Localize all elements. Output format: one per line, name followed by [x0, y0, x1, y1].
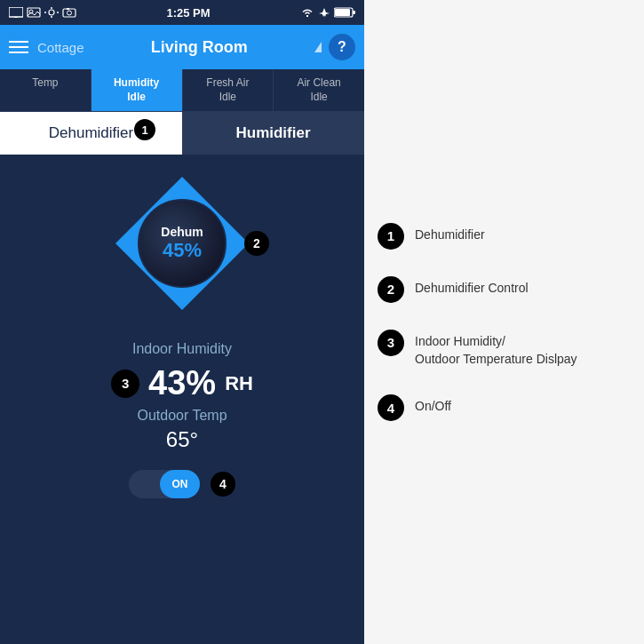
humidity-section: Indoor Humidity 3 43% RH Outdoor Temp 65… — [111, 341, 253, 452]
legend-text-1: Dehumidifier — [415, 223, 485, 244]
menu-button[interactable] — [9, 41, 28, 53]
tab-humidity-idle[interactable]: HumidityIdle — [91, 69, 183, 111]
legend-item-3: 3 Indoor Humidity/Outdoor Temperature Di… — [378, 330, 631, 368]
wifi-icon — [300, 7, 314, 18]
legend-badge-3: 3 — [378, 330, 404, 356]
tab-fresh-air-idle[interactable]: Fresh AirIdle — [183, 69, 274, 111]
legend-text-2: Dehumidifier Control — [415, 276, 529, 298]
badge-3: 3 — [111, 370, 139, 398]
legend-badge-4: 4 — [378, 394, 404, 421]
airplane-icon — [318, 7, 330, 18]
status-time: 1:25 PM — [166, 6, 210, 20]
tab-bar: Temp HumidityIdle Fresh AirIdle Air Clea… — [0, 69, 364, 112]
badge-2: 2 — [244, 231, 269, 256]
tab-air-clean-idle[interactable]: Air CleanIdle — [274, 69, 364, 111]
legend-item-1: 1 Dehumidifier — [378, 223, 631, 250]
humidifier-button[interactable]: Humidifier — [182, 112, 364, 155]
status-bar: 1:25 PM — [0, 0, 364, 25]
phone-panel: 1:25 PM Cottage Living Room ? Temp Humid… — [0, 0, 364, 644]
settings-icon — [44, 7, 59, 18]
help-button[interactable]: ? — [329, 34, 355, 60]
room-label: Living Room — [84, 38, 314, 57]
outdoor-temp-label: Outdoor Temp — [111, 408, 253, 424]
status-right-icons — [300, 7, 355, 18]
toggle-on-label: ON — [160, 470, 200, 498]
svg-rect-13 — [335, 9, 350, 16]
svg-rect-14 — [353, 11, 355, 14]
screen-icon — [9, 7, 23, 18]
on-off-toggle[interactable]: ON — [129, 470, 200, 498]
signal-icon — [314, 42, 322, 52]
photo-icon — [27, 7, 41, 18]
legend-badge-1: 1 — [378, 223, 404, 250]
control-circle: Dehum 45% — [138, 199, 227, 288]
location-label: Cottage — [37, 40, 84, 55]
main-content: Dehum 45% 2 Indoor Humidity 3 43% RH Out… — [0, 155, 364, 644]
legend-panel: 1 Dehumidifier 2 Dehumidifier Control 3 … — [364, 0, 644, 644]
dehumidifier-control[interactable]: Dehum 45% 2 — [111, 172, 253, 314]
badge-4: 4 — [211, 472, 235, 497]
humidity-unit: RH — [225, 372, 253, 395]
svg-rect-1 — [14, 17, 18, 18]
humidity-title: Indoor Humidity — [111, 341, 253, 357]
legend-item-2: 2 Dehumidifier Control — [378, 276, 631, 303]
legend-text-4: On/Off — [415, 394, 451, 416]
toggle-row: ON 4 — [129, 470, 235, 498]
legend-text-3: Indoor Humidity/Outdoor Temperature Disl… — [415, 330, 577, 368]
battery-icon — [334, 7, 355, 18]
badge-1: 1 — [134, 119, 155, 140]
mode-buttons: Dehumidifier 1 Humidifier — [0, 112, 364, 155]
humidity-row: 3 43% RH — [111, 364, 253, 402]
svg-rect-9 — [63, 9, 76, 17]
dehumidifier-button[interactable]: Dehumidifier 1 — [0, 112, 182, 155]
status-icons — [9, 7, 76, 18]
svg-rect-11 — [67, 8, 69, 10]
nav-bar: Cottage Living Room ? — [0, 25, 364, 69]
outdoor-temp-value: 65° — [111, 427, 253, 452]
svg-point-4 — [49, 10, 54, 15]
legend-item-4: 4 On/Off — [378, 394, 631, 421]
legend-badge-2: 2 — [378, 276, 404, 303]
svg-rect-0 — [9, 7, 23, 17]
camera-icon — [62, 7, 76, 18]
tab-temp[interactable]: Temp — [0, 69, 91, 111]
svg-point-10 — [68, 11, 72, 15]
humidity-value: 43% — [148, 364, 216, 402]
